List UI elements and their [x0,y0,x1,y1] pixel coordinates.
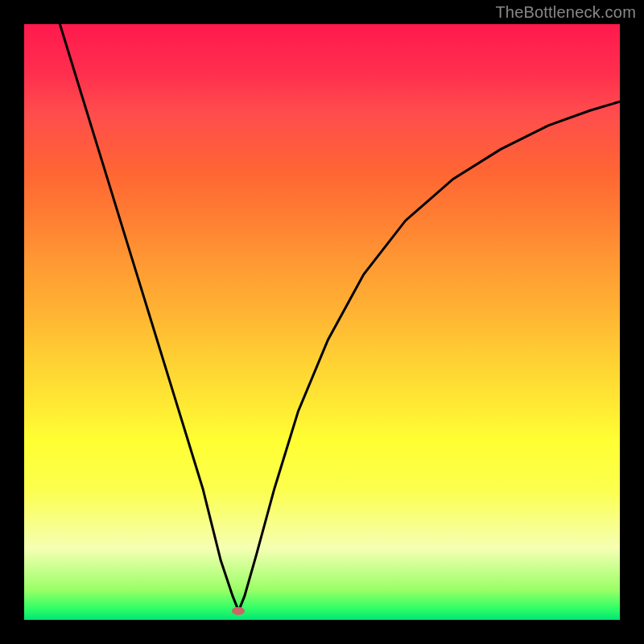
watermark: TheBottleneck.com [495,3,636,22]
plot-area [24,24,620,620]
bottleneck-curve [60,24,620,611]
curve-svg [24,24,620,620]
